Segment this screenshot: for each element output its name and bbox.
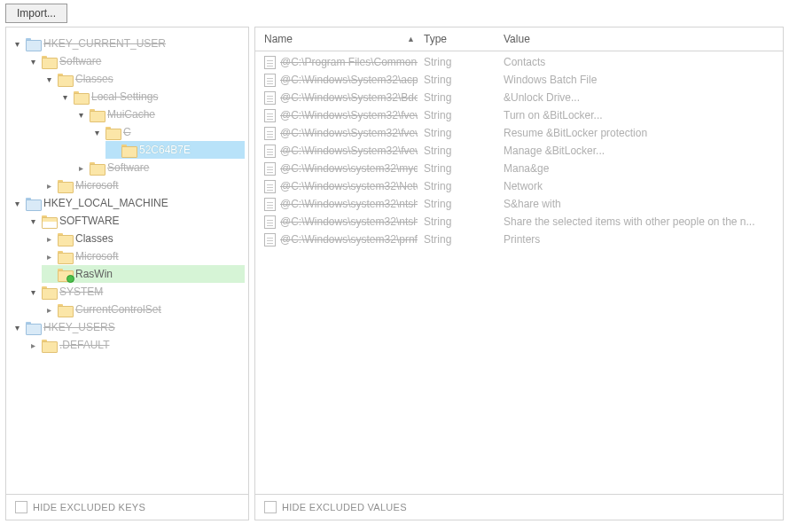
import-button[interactable]: Import... [5, 4, 67, 23]
tree-node-raswin[interactable]: RasWin [75, 268, 113, 280]
table-row[interactable]: @C:\Windows\system32\prnfldr.dStringPrin… [264, 231, 779, 248]
table-row[interactable]: @C:\Windows\system32\ntshrui.dStringS&ha… [264, 195, 779, 213]
tree-node-muicache[interactable]: MuiCache [107, 108, 155, 121]
chevron-down-icon[interactable]: ▾ [12, 38, 22, 49]
string-value-icon [264, 180, 276, 193]
tree-node-hkcu[interactable]: HKEY_CURRENT_USER [43, 37, 166, 50]
chevron-down-icon[interactable]: ▾ [75, 109, 86, 120]
chevron-right-icon[interactable]: ▸ [27, 340, 38, 350]
table-row[interactable]: @C:\Windows\System32\acppageStringWindow… [264, 71, 779, 89]
value-type: String [424, 215, 504, 228]
table-row[interactable]: @C:\Windows\System32\fvewiz.dStringResum… [264, 124, 779, 142]
chevron-right-icon[interactable]: ▸ [43, 180, 54, 191]
folder-icon [90, 162, 104, 174]
string-value-icon [264, 74, 276, 87]
table-row[interactable]: @C:\Windows\System32\BdeUnkString&Unlock… [264, 89, 779, 106]
value-name: @C:\Windows\System32\fvewiz.d [280, 109, 418, 121]
value-data: Contacts [504, 56, 779, 68]
hide-excluded-keys-checkbox[interactable] [15, 501, 27, 513]
tree-node-localsettings[interactable]: Local Settings [91, 90, 158, 103]
value-data: Mana&ge [504, 162, 779, 175]
chevron-down-icon[interactable]: ▾ [91, 127, 102, 137]
chevron-down-icon[interactable]: ▾ [12, 322, 22, 332]
value-data: Manage &BitLocker... [504, 145, 779, 157]
sort-asc-icon: ▲ [407, 35, 424, 43]
string-value-icon [264, 109, 276, 122]
chevron-down-icon[interactable]: ▾ [27, 56, 38, 66]
tree-node-default[interactable]: .DEFAULT [59, 339, 109, 351]
chevron-right-icon[interactable]: ▸ [43, 233, 54, 244]
column-header-value[interactable]: Value [504, 33, 779, 45]
tree-node-software2[interactable]: Software [107, 161, 149, 174]
string-value-icon [264, 127, 276, 140]
value-type: String [424, 74, 504, 86]
registry-tree-panel: ▾ HKEY_CURRENT_USER ▾ Software [5, 27, 249, 520]
value-data: &Unlock Drive... [504, 91, 779, 104]
value-type: String [424, 162, 504, 175]
string-value-icon [264, 145, 276, 158]
folder-icon [58, 180, 72, 192]
hide-excluded-values-checkbox[interactable] [264, 501, 277, 513]
folder-icon [90, 109, 104, 121]
value-data: Network [504, 180, 779, 192]
chevron-down-icon[interactable]: ▾ [27, 286, 38, 297]
folder-icon [121, 145, 136, 156]
value-type: String [424, 91, 504, 104]
value-name: @C:\Windows\System32\fvewiz.d [280, 127, 418, 139]
folder-icon [26, 322, 40, 333]
value-type: String [424, 233, 504, 246]
folder-icon [58, 74, 72, 85]
value-name: @C:\Windows\system32\prnfldr.d [280, 233, 418, 246]
tree-node-classes[interactable]: Classes [75, 73, 113, 85]
registry-tree[interactable]: ▾ HKEY_CURRENT_USER ▾ Software [10, 35, 245, 354]
string-value-icon [264, 215, 276, 229]
folder-icon [58, 251, 72, 262]
folder-icon [74, 91, 88, 103]
table-row[interactable]: @C:\Program Files\Common FilesStringCont… [264, 53, 779, 71]
folder-icon [105, 127, 120, 138]
tree-node-software[interactable]: Software [59, 55, 101, 67]
tree-node-hklm[interactable]: HKEY_LOCAL_MACHINE [43, 197, 168, 209]
value-type: String [424, 145, 504, 157]
folder-icon [58, 304, 72, 316]
tree-node-system[interactable]: SYSTEM [59, 286, 103, 298]
table-row[interactable]: @C:\Windows\System32\fvewiz.dStringManag… [264, 142, 779, 160]
chevron-right-icon[interactable]: ▸ [75, 162, 86, 173]
value-name: @C:\Windows\system32\Network [280, 180, 418, 192]
folder-icon [26, 198, 40, 209]
grid-header: Name ▲ Type Value [255, 27, 783, 51]
value-name: @C:\Program Files\Common Files [280, 56, 418, 68]
string-value-icon [264, 162, 276, 176]
table-row[interactable]: @C:\Windows\System32\fvewiz.dStringTurn … [264, 106, 779, 124]
column-header-name[interactable]: Name ▲ [264, 33, 424, 45]
value-type: String [424, 127, 504, 139]
folder-icon [58, 233, 72, 245]
table-row[interactable]: @C:\Windows\system32\mycomStringMana&ge [264, 160, 779, 177]
tree-node-selected-guid[interactable]: 52C64B7E [139, 144, 191, 156]
grid-body: @C:\Program Files\Common FilesStringCont… [255, 51, 783, 494]
table-row[interactable]: @C:\Windows\system32\ntshrui.dStringShar… [264, 213, 779, 231]
tree-node-classes2[interactable]: Classes [75, 232, 113, 245]
string-value-icon [264, 91, 276, 105]
table-row[interactable]: @C:\Windows\system32\NetworkStringNetwor… [264, 177, 779, 195]
tree-node-currentcontrolset[interactable]: CurrentControlSet [75, 303, 161, 316]
chevron-down-icon[interactable]: ▾ [12, 198, 22, 208]
chevron-down-icon[interactable]: ▾ [43, 74, 54, 84]
value-name: @C:\Windows\System32\BdeUnk [280, 91, 418, 104]
chevron-down-icon[interactable]: ▾ [27, 215, 38, 226]
tree-node-microsoft[interactable]: Microsoft [75, 179, 119, 192]
folder-icon [42, 286, 56, 298]
value-type: String [424, 56, 504, 68]
chevron-down-icon[interactable]: ▾ [59, 91, 70, 102]
string-value-icon [264, 198, 276, 211]
tree-node-software3[interactable]: SOFTWARE [59, 215, 120, 227]
value-data: Windows Batch File [504, 74, 779, 86]
value-name: @C:\Windows\System32\acppage [280, 74, 418, 86]
chevron-right-icon[interactable]: ▸ [43, 251, 54, 262]
tree-node-c[interactable]: C [123, 126, 131, 138]
value-name: @C:\Windows\system32\mycom [280, 162, 418, 175]
chevron-right-icon[interactable]: ▸ [43, 304, 54, 315]
tree-node-microsoft2[interactable]: Microsoft [75, 250, 119, 262]
tree-node-hku[interactable]: HKEY_USERS [43, 321, 115, 333]
column-header-type[interactable]: Type [424, 33, 504, 45]
